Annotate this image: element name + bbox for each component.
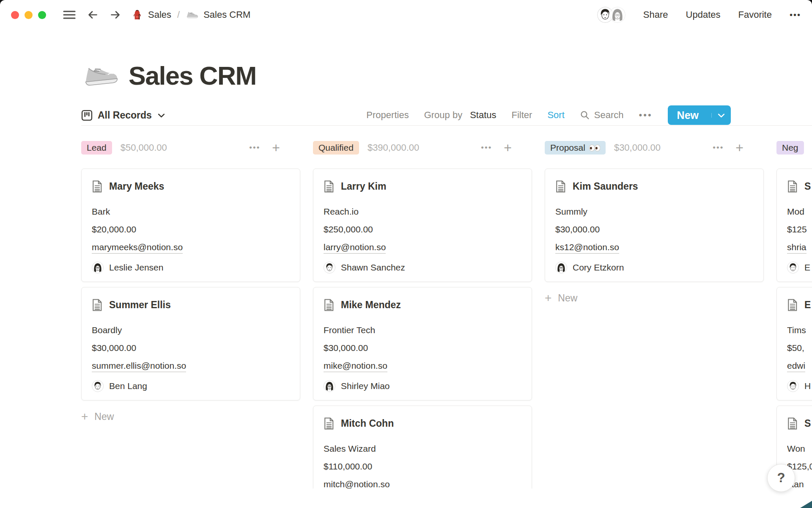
updates-button[interactable]: Updates — [686, 9, 721, 20]
record-card[interactable]: Summer Ellis Boardly $30,000.00 summer.e… — [81, 287, 300, 400]
column-cards: Larry Kim Reach.io $250,000.00 larry@not… — [313, 168, 532, 489]
record-card[interactable]: Kim Saunders Summly $30,000.00 ks12@noti… — [545, 168, 764, 282]
card-amount: $30,000.00 — [555, 224, 753, 235]
kanban-board: Lead $50,000.00 ••• + Mary Meeks Bark $2… — [0, 126, 812, 489]
card-amount: $110,000.00 — [324, 461, 521, 472]
column-header: Proposal $30,000.00 ••• + — [545, 141, 764, 155]
record-card[interactable]: Mary Meeks Bark $20,000.00 marymeeks@not… — [81, 168, 300, 282]
help-button[interactable]: ? — [767, 464, 795, 492]
group-by-label: Group by — [424, 110, 463, 121]
board-column-qualified: Qualified $390,000.00 ••• + Larry Kim Re… — [313, 141, 532, 489]
page-icon — [787, 417, 798, 430]
board-column-proposal: Proposal $30,000.00 ••• + Kim Saunders S… — [545, 141, 764, 489]
more-options-icon[interactable]: ••• — [790, 10, 801, 20]
record-card[interactable]: S Mod $125 shria E — [776, 168, 812, 282]
card-email-link[interactable]: marymeeks@notion.so — [92, 242, 183, 254]
app-window: Sales / Sales CRM Share Updates Favorite… — [0, 0, 812, 508]
sneaker-page-icon[interactable] — [80, 61, 120, 91]
card-company: Sales Wizard — [324, 444, 521, 454]
topbar: Sales / Sales CRM Share Updates Favorite… — [0, 0, 812, 30]
owner-name: Shirley Miao — [341, 381, 390, 391]
sort-button[interactable]: Sort — [547, 110, 564, 121]
card-owner: Leslie Jensen — [92, 262, 290, 273]
close-window-button[interactable] — [11, 11, 19, 19]
forward-button[interactable] — [110, 9, 121, 21]
owner-name: Cory Etzkorn — [573, 262, 624, 273]
breadcrumb-item-sales-crm[interactable]: Sales CRM — [186, 9, 250, 20]
card-email-link[interactable]: larry@notion.so — [324, 242, 386, 254]
record-card[interactable]: Mitch Cohn Sales Wizard $110,000.00 mitc… — [313, 406, 532, 489]
window-controls — [11, 11, 46, 19]
owner-name: E — [804, 262, 810, 273]
card-amount: $50, — [787, 343, 812, 353]
board-column-lead: Lead $50,000.00 ••• + Mary Meeks Bark $2… — [81, 141, 300, 489]
view-options-icon[interactable]: ••• — [639, 110, 652, 121]
page-title: Sales CRM — [129, 61, 256, 91]
search-button[interactable]: Search — [580, 110, 624, 121]
sidebar-toggle-button[interactable] — [63, 10, 76, 20]
column-add-icon[interactable]: + — [504, 141, 512, 155]
column-add-icon[interactable]: + — [272, 141, 280, 155]
column-cards: Kim Saunders Summly $30,000.00 ks12@noti… — [545, 168, 764, 282]
breadcrumb-label: Sales — [148, 9, 171, 20]
card-email-link[interactable]: shria — [787, 242, 807, 254]
page-icon — [92, 298, 103, 312]
card-company: Summly — [555, 207, 753, 217]
card-title: Larry Kim — [341, 181, 386, 192]
clipped-corner-element — [800, 501, 812, 508]
properties-button[interactable]: Properties — [366, 110, 409, 121]
new-record-button[interactable]: New — [668, 105, 731, 125]
minimize-window-button[interactable] — [25, 11, 33, 19]
card-company: Boardly — [92, 325, 290, 335]
column-menu-icon[interactable]: ••• — [481, 143, 492, 152]
card-company: Reach.io — [324, 207, 521, 217]
owner-name: Leslie Jensen — [109, 262, 163, 273]
column-header: Qualified $390,000.00 ••• + — [313, 141, 532, 155]
collaborator-avatars[interactable] — [597, 7, 625, 23]
favorite-button[interactable]: Favorite — [738, 9, 772, 20]
card-title: E — [804, 299, 811, 311]
back-button[interactable] — [87, 9, 99, 21]
breadcrumb-separator: / — [177, 9, 180, 20]
column-cards: S Mod $125 shria E E Tims $50, edwi H S … — [776, 168, 812, 489]
group-by-button[interactable]: Group by Status — [424, 110, 497, 121]
board-view-icon — [81, 110, 93, 121]
add-card-button[interactable]: +New — [545, 291, 577, 305]
new-record-dropdown[interactable] — [711, 113, 731, 118]
card-owner: Shirley Miao — [324, 380, 521, 392]
view-selector[interactable]: All Records — [81, 110, 165, 121]
column-header: Lead $50,000.00 ••• + — [81, 141, 300, 155]
owner-avatar — [787, 380, 799, 392]
owner-avatar — [92, 380, 104, 392]
card-company: Won — [787, 444, 812, 454]
filter-button[interactable]: Filter — [512, 110, 532, 121]
record-card[interactable]: Larry Kim Reach.io $250,000.00 larry@not… — [313, 168, 532, 282]
owner-avatar — [324, 380, 335, 392]
card-company: Mod — [787, 207, 812, 217]
new-record-label: New — [668, 109, 707, 121]
breadcrumb-label: Sales CRM — [203, 9, 250, 20]
record-card[interactable]: Mike Mendez Frontier Tech $30,000.00 mik… — [313, 287, 532, 400]
add-card-button[interactable]: +New — [81, 410, 114, 423]
breadcrumb-item-sales[interactable]: Sales — [132, 9, 171, 21]
zoom-window-button[interactable] — [38, 11, 46, 19]
column-add-icon[interactable]: + — [735, 141, 743, 155]
column-total: $30,000.00 — [614, 142, 661, 153]
card-email-link[interactable]: mitch@notion.so — [324, 479, 390, 489]
card-title: Mary Meeks — [109, 181, 164, 192]
column-menu-icon[interactable]: ••• — [249, 143, 260, 152]
owner-avatar — [787, 262, 799, 273]
card-amount: $125 — [787, 224, 812, 235]
share-button[interactable]: Share — [643, 9, 668, 20]
owner-name: Ben Lang — [109, 381, 147, 391]
card-email-link[interactable]: ks12@notion.so — [555, 242, 619, 254]
card-email-link[interactable]: edwi — [787, 361, 805, 372]
status-badge-label: Proposal — [550, 143, 585, 153]
page-icon — [92, 180, 103, 193]
view-toolbar: All Records Properties Group by Status F… — [81, 105, 731, 125]
card-email-link[interactable]: mike@notion.so — [324, 361, 387, 372]
column-menu-icon[interactable]: ••• — [713, 143, 724, 152]
card-email-link[interactable]: summer.ellis@notion.so — [92, 361, 186, 372]
record-card[interactable]: E Tims $50, edwi H — [776, 287, 812, 400]
view-selector-label: All Records — [98, 110, 152, 121]
